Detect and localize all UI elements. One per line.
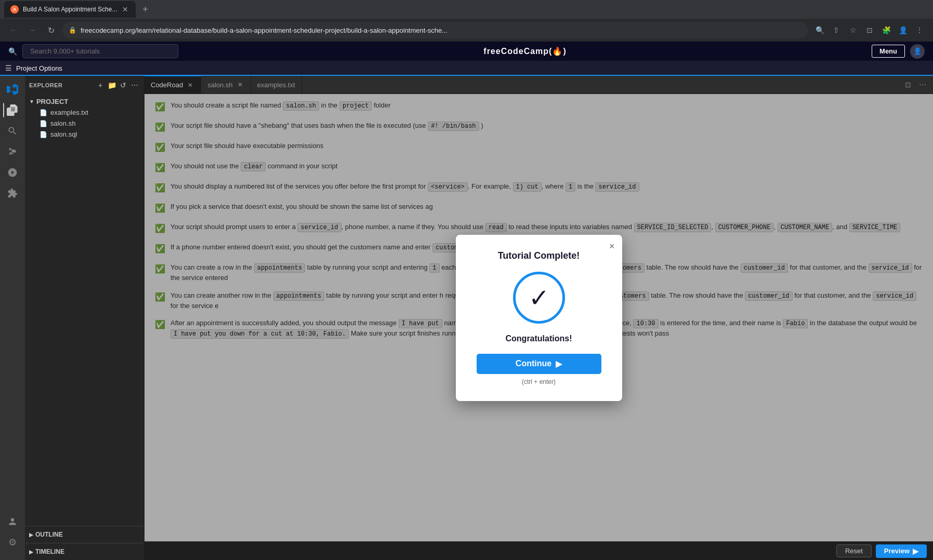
activity-run-debug[interactable] (3, 163, 22, 182)
preview-arrow-icon: ▶ (913, 547, 918, 555)
project-options-bar: ☰ Project Options (0, 61, 933, 76)
search-magnifier-icon: 🔍 (8, 47, 17, 56)
project-options-label: Project Options (16, 64, 62, 72)
content-area: ✅ You should create a script file named … (144, 94, 933, 541)
modal-title: Tutorial Complete! (477, 250, 601, 261)
tab-favicon: A (10, 5, 19, 14)
tab-close-icon[interactable]: ✕ (121, 5, 129, 14)
new-folder-icon[interactable]: 📁 (107, 80, 117, 90)
bookmark-icon[interactable]: ☆ (846, 23, 860, 37)
user-avatar[interactable]: 👤 (910, 44, 925, 59)
file-name-salon-sql: salon.sql (50, 130, 77, 138)
share-icon[interactable]: ⇧ (829, 23, 844, 37)
extensions-icon[interactable]: 🧩 (879, 23, 893, 37)
back-button[interactable]: ← (6, 23, 21, 37)
timeline-header[interactable]: ▶ TIMELINE (25, 546, 144, 557)
file-name-examples: examples.txt (50, 109, 88, 116)
tree-item-salon-sql[interactable]: 📄 salon.sql (25, 129, 144, 140)
activity-search[interactable] (3, 122, 22, 140)
modal-shortcut: (ctrl + enter) (477, 378, 601, 385)
activity-settings[interactable]: ⚙ (3, 533, 22, 552)
tab-salon-sh[interactable]: salon.sh ✕ (201, 76, 251, 94)
tutorial-complete-modal: × Tutorial Complete! ✓ Congratulations! … (456, 235, 622, 401)
browser-tab[interactable]: A Build A Salon Appointment Sche... ✕ (4, 1, 136, 18)
fcc-flame: 🔥 (552, 47, 563, 56)
sidebar: EXPLORER + 📁 ↺ ⋯ ▼ PROJECT 📄 examples.tx… (25, 76, 144, 560)
search-input[interactable] (22, 44, 178, 58)
reload-button[interactable]: ↻ (44, 23, 58, 37)
forward-button[interactable]: → (25, 23, 40, 37)
preview-button[interactable]: Preview ▶ (876, 544, 927, 558)
fcc-logo: freeCodeCamp(🔥) (483, 46, 566, 56)
modal-congrats-text: Congratulations! (477, 334, 601, 343)
file-icon: 📄 (40, 131, 47, 138)
continue-arrow-icon: ▶ (556, 359, 562, 369)
activity-source-control[interactable] (3, 142, 22, 161)
project-tree: ▼ PROJECT 📄 examples.txt 📄 salon.sh 📄 sa… (25, 94, 144, 142)
continue-label: Continue (516, 359, 551, 368)
reset-button[interactable]: Reset (836, 544, 872, 557)
modal-check-circle: ✓ (513, 272, 565, 324)
refresh-icon[interactable]: ↺ (118, 80, 128, 90)
bottom-bar: Reset Preview ▶ (144, 541, 933, 560)
tab-label-examples-txt: examples.txt (257, 81, 295, 89)
activity-logo (3, 80, 22, 99)
split-editor-icon[interactable]: ⊡ (902, 78, 914, 91)
continue-button[interactable]: Continue ▶ (477, 354, 601, 374)
new-tab-button[interactable]: + (138, 2, 152, 17)
timeline-section: ▶ TIMELINE (25, 543, 144, 560)
url-text: freecodecamp.org/learn/relational-databa… (81, 26, 802, 34)
activity-explorer[interactable] (3, 101, 22, 119)
tab-examples-txt[interactable]: examples.txt (251, 76, 302, 94)
checkmark-icon: ✓ (529, 283, 549, 312)
tree-item-examples[interactable]: 📄 examples.txt (25, 107, 144, 118)
more-icon[interactable]: ⋮ (912, 23, 927, 37)
chevron-right-icon: ▶ (29, 532, 33, 538)
project-label: PROJECT (36, 98, 68, 105)
tab-title: Build A Salon Appointment Sche... (23, 6, 117, 13)
collapse-icon[interactable]: ⋯ (129, 80, 140, 90)
modal-close-button[interactable]: × (609, 241, 615, 252)
tree-item-salon-sh[interactable]: 📄 salon.sh (25, 118, 144, 129)
file-name-salon-sh: salon.sh (50, 119, 75, 127)
chevron-down-icon: ▼ (29, 99, 34, 104)
preview-label: Preview (884, 547, 910, 555)
lock-icon: 🔒 (69, 26, 76, 34)
search-icon[interactable]: 🔍 (812, 23, 827, 37)
profile-icon[interactable]: 👤 (896, 23, 910, 37)
file-icon: 📄 (40, 120, 47, 127)
new-file-icon[interactable]: + (95, 80, 106, 90)
editor-area: CodeRoad ✕ salon.sh ✕ examples.txt ⊡ ⋯ ✅ (144, 76, 933, 560)
more-actions-icon[interactable]: ⋯ (916, 78, 929, 91)
explorer-title: EXPLORER (29, 82, 63, 88)
address-bar[interactable]: 🔒 freecodecamp.org/learn/relational-data… (62, 22, 808, 38)
fcc-search-bar: 🔍 freeCodeCamp(🔥) Menu 👤 (0, 42, 933, 61)
file-icon: 📄 (40, 109, 47, 116)
outline-header[interactable]: ▶ OUTLINE (25, 529, 144, 540)
tab-close-salon-sh[interactable]: ✕ (236, 81, 244, 89)
tab-label-coderoad: CodeRoad (151, 81, 183, 89)
chevron-right-icon: ▶ (29, 549, 33, 555)
menu-button[interactable]: Menu (872, 45, 905, 58)
hamburger-icon[interactable]: ☰ (5, 64, 12, 72)
tab-label-salon-sh: salon.sh (207, 81, 232, 89)
activity-extensions[interactable] (3, 184, 22, 203)
sidebar-header: EXPLORER + 📁 ↺ ⋯ (25, 76, 144, 94)
outline-label: OUTLINE (35, 531, 63, 538)
editor-tab-bar: CodeRoad ✕ salon.sh ✕ examples.txt ⊡ ⋯ (144, 76, 933, 94)
translate-icon[interactable]: ⊡ (862, 23, 877, 37)
outline-section: ▶ OUTLINE (25, 526, 144, 543)
tab-coderoad[interactable]: CodeRoad ✕ (144, 76, 201, 94)
activity-account[interactable] (3, 512, 22, 531)
tab-close-coderoad[interactable]: ✕ (186, 81, 194, 89)
modal-overlay: × Tutorial Complete! ✓ Congratulations! … (144, 94, 933, 541)
activity-bar: ⚙ (0, 76, 25, 560)
timeline-label: TIMELINE (35, 548, 64, 555)
project-tree-header[interactable]: ▼ PROJECT (25, 96, 144, 107)
